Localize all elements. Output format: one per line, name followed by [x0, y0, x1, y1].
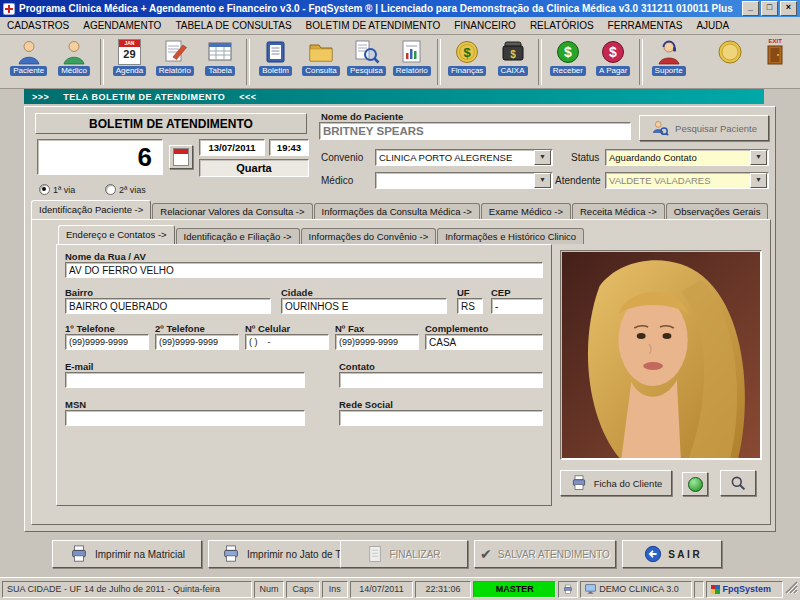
- tab-identificacao-paciente[interactable]: Identificação Paciente ->: [31, 200, 151, 219]
- calendar-day: 29: [119, 47, 140, 64]
- chevron-down-icon[interactable]: ▼: [750, 173, 767, 188]
- menu-boletim-de-atendimento[interactable]: BOLETIM DE ATENDIMENTO: [299, 18, 448, 33]
- radio-2-vias-label: 2ª vias: [119, 185, 146, 195]
- sair-button[interactable]: S A I R: [622, 540, 722, 568]
- bulletin-time-field: 19:43: [269, 139, 309, 156]
- tab-informacoes-convenio[interactable]: Informações do Convênio ->: [301, 228, 437, 244]
- printer-icon: [563, 584, 573, 595]
- tab-identificacao-filiacao[interactable]: Identificação e Filiação ->: [176, 228, 300, 244]
- tab-observacoes-gerais[interactable]: Observações Gerais: [666, 203, 769, 219]
- menu-ajuda[interactable]: AJUDA: [689, 18, 736, 33]
- tel2-input[interactable]: [155, 334, 239, 350]
- complemento-input[interactable]: [425, 334, 543, 350]
- toolbar-button-exit[interactable]: EXIT: [753, 37, 798, 87]
- toolbar-button-consulta[interactable]: Consulta: [298, 37, 343, 87]
- svg-text:$: $: [609, 44, 617, 60]
- refresh-photo-button[interactable]: [682, 472, 708, 496]
- screen-title: TELA BOLETIM DE ATENDIMENTO: [63, 92, 225, 102]
- radio-1-via[interactable]: 1ª via: [39, 184, 75, 195]
- tab-relacionar-valores[interactable]: Relacionar Valores da Consulta ->: [152, 203, 312, 219]
- maximize-button[interactable]: □: [761, 1, 778, 16]
- rede-social-label: Rede Social: [339, 399, 393, 410]
- cidade-label: Cidade: [281, 287, 313, 298]
- bulletin-date: 13/07/2011: [208, 142, 255, 153]
- bulletin-number: 6: [138, 142, 152, 173]
- chevron-down-icon[interactable]: ▼: [534, 173, 551, 188]
- main-toolbar: Paciente Médico JAN29 Agenda Relatório T…: [0, 35, 800, 89]
- msn-input[interactable]: [65, 410, 305, 426]
- email-input[interactable]: [65, 372, 305, 388]
- rua-input[interactable]: [65, 262, 543, 278]
- imprimir-matricial-button[interactable]: Imprimir na Matricial: [52, 540, 202, 568]
- gold-coin-icon: [715, 37, 745, 66]
- toolbar-button-receber[interactable]: $ Receber: [545, 37, 590, 87]
- toolbar-button-agenda[interactable]: JAN29 Agenda: [107, 37, 152, 87]
- tab-historico-clinico[interactable]: Informações e Histórico Clinico: [437, 228, 584, 244]
- finalizar-button[interactable]: FINALIZAR: [340, 540, 468, 568]
- check-icon: ✔: [480, 546, 492, 562]
- tab-endereco-contatos[interactable]: Endereço e Contatos ->: [58, 225, 175, 244]
- contato-input[interactable]: [339, 372, 543, 388]
- patient-name-input[interactable]: [319, 122, 631, 140]
- table-icon: [205, 37, 235, 66]
- radio-2-vias[interactable]: 2ª vias: [105, 184, 146, 195]
- toolbar-button-coin[interactable]: [707, 37, 752, 87]
- msn-label: MSN: [65, 399, 86, 410]
- toolbar-button-caixa[interactable]: $ CAIXA: [490, 37, 535, 87]
- search-patient-button[interactable]: Pesquisar Paciente: [639, 115, 769, 141]
- ficha-cliente-button[interactable]: Ficha do Cliente: [560, 470, 672, 496]
- status-location: SUA CIDADE - UF 14 de Julho de 2011 - Qu…: [2, 581, 252, 598]
- fax-input[interactable]: [335, 334, 419, 350]
- menu-relatorios[interactable]: RELATÓRIOS: [523, 18, 601, 33]
- close-button[interactable]: ×: [780, 1, 797, 16]
- celular-input[interactable]: [245, 334, 329, 350]
- uf-input[interactable]: [457, 298, 483, 314]
- chevron-down-icon[interactable]: ▼: [534, 150, 551, 165]
- resize-grip[interactable]: [785, 581, 798, 598]
- toolbar-label: Relatório: [393, 66, 431, 76]
- toolbar-button-relatorio2[interactable]: Relatório: [389, 37, 434, 87]
- toolbar-button-boletim[interactable]: Boletim: [253, 37, 298, 87]
- menu-cadastros[interactable]: CADASTROS: [0, 18, 76, 33]
- radio-1-via-label: 1ª via: [53, 185, 75, 195]
- convenio-label: Convenio: [321, 152, 363, 163]
- toolbar-button-medico[interactable]: Médico: [51, 37, 96, 87]
- salvar-atendimento-button[interactable]: ✔ SALVAR ATENDIMENTO: [474, 540, 616, 568]
- zoom-photo-button[interactable]: [720, 470, 756, 496]
- search-icon: [351, 37, 381, 66]
- menu-tabela-de-consultas[interactable]: TABELA DE CONSULTAS: [168, 18, 298, 33]
- banner-right-chevrons: <<<: [239, 92, 256, 102]
- tab-receita-medica[interactable]: Receita Médica ->: [572, 203, 665, 219]
- toolbar-button-pesquisa[interactable]: Pesquisa: [344, 37, 389, 87]
- menu-financeiro[interactable]: FINANCEIRO: [447, 18, 523, 33]
- toolbar-button-financas[interactable]: $ Finanças: [444, 37, 489, 87]
- toolbar-button-relatorio[interactable]: Relatório: [152, 37, 197, 87]
- uf-label: UF: [457, 287, 470, 298]
- tab-exame-medico[interactable]: Exame Médico ->: [481, 203, 571, 219]
- calendar-picker-button[interactable]: [169, 145, 193, 169]
- menu-ferramentas[interactable]: FERRAMENTAS: [601, 18, 690, 33]
- chevron-down-icon[interactable]: ▼: [750, 150, 767, 165]
- minimize-button[interactable]: _: [742, 1, 759, 16]
- medico-label: Médico: [321, 175, 353, 186]
- toolbar-button-a-pagar[interactable]: $ A Pagar: [591, 37, 636, 87]
- toolbar-button-tabela[interactable]: Tabela: [198, 37, 243, 87]
- atendente-select[interactable]: VALDETE VALADARES ▼: [605, 172, 769, 189]
- medico-select[interactable]: ▼: [375, 172, 553, 189]
- screen-banner: >>> TELA BOLETIM DE ATENDIMENTO <<<: [24, 89, 764, 104]
- convenio-select[interactable]: CLINICA PORTO ALEGRENSE ▼: [375, 149, 553, 166]
- tel1-input[interactable]: [65, 334, 149, 350]
- menu-agendamento[interactable]: AGENDAMENTO: [76, 18, 168, 33]
- toolbar-label: Relatório: [156, 66, 194, 76]
- bairro-input[interactable]: [65, 298, 271, 314]
- atendente-value: VALDETE VALADARES: [606, 175, 750, 186]
- status-select[interactable]: Aguardando Contato ▼: [605, 149, 769, 166]
- status-clinic-label: DEMO CLINICA 3.0: [599, 584, 679, 594]
- cidade-input[interactable]: [281, 298, 447, 314]
- cep-input[interactable]: [491, 298, 543, 314]
- toolbar-button-paciente[interactable]: Paciente: [6, 37, 51, 87]
- toolbar-button-suporte[interactable]: Suporte: [646, 37, 691, 87]
- tab-informacoes-consulta[interactable]: Informações da Consulta Médica ->: [314, 203, 480, 219]
- rede-social-input[interactable]: [339, 410, 543, 426]
- status-ins: Ins: [322, 581, 348, 598]
